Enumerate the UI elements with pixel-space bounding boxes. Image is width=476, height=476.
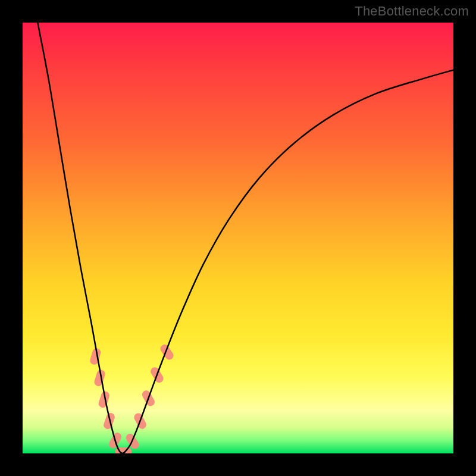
curve-svg	[23, 23, 453, 453]
dash-marker	[89, 347, 102, 366]
plot-area	[23, 23, 453, 453]
outer-frame: TheBottleneck.com	[0, 0, 476, 476]
dash-marker	[159, 343, 176, 361]
bottleneck-curve	[37, 23, 453, 453]
watermark-text: TheBottleneck.com	[355, 4, 469, 19]
